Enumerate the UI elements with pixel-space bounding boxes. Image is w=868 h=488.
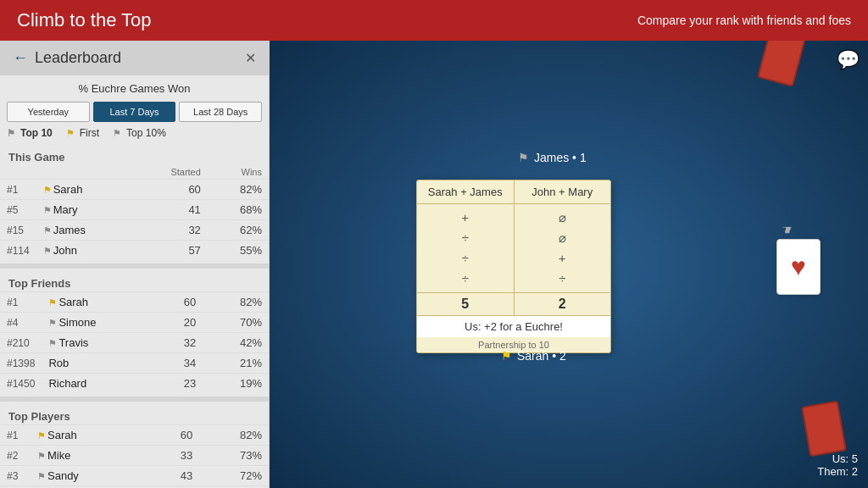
top-players-table: #1 ⚑Sarah 60 82% #2 ⚑Mike 33 73% #3 ⚑San…: [0, 424, 269, 488]
rank-icon: ⚑: [37, 451, 46, 461]
started-cell: 60: [149, 425, 199, 446]
player-bottom-flag: ⚑: [501, 349, 512, 363]
score-marks-col1: +÷÷÷: [417, 204, 515, 292]
filter-top10pct[interactable]: ⚑ Top 10%: [113, 127, 166, 139]
filter-top10-label: Top 10: [20, 127, 53, 139]
score-card: Sarah + James John + Mary +÷÷÷ ⌀⌀+÷ 5 2 …: [416, 180, 611, 353]
main-layout: ← Leaderboard ✕ % Euchre Games Won Yeste…: [0, 41, 868, 488]
tab-last28[interactable]: Last 28 Days: [179, 102, 262, 122]
card-decoration-top: [757, 41, 806, 87]
name-cell: ⚑Simone: [42, 313, 154, 333]
player-top-name: James • 1: [534, 151, 587, 164]
filter-row: ⚑ Top 10 ⚑ First ⚑ Top 10%: [0, 127, 269, 146]
score-total-col1: 5: [417, 293, 515, 315]
table-row: #2 ⚑Mike 33 73%: [0, 446, 269, 466]
card-decoration-bottom: [801, 401, 847, 458]
chat-button[interactable]: 💬: [837, 49, 860, 71]
table-row: #1 ⚑Sarah 60 82%: [0, 425, 269, 446]
filter-top10-icon: ⚑: [7, 128, 15, 139]
rank-cell: #1: [0, 425, 31, 446]
name-cell: ⚑Sandy: [31, 466, 149, 486]
table-row: #5 ⚑Mary 41 68%: [0, 200, 269, 220]
heart-card: ♥: [776, 239, 821, 295]
rank-cell: #3: [0, 466, 31, 486]
wins-cell: 72%: [199, 466, 269, 486]
wins-cell: 70%: [203, 313, 269, 333]
rank-cell: #1: [0, 292, 42, 313]
rank-cell: #210: [0, 333, 42, 353]
rank-cell: #1450: [0, 374, 42, 394]
started-cell: 41: [133, 200, 208, 220]
col-started: Started: [133, 165, 208, 180]
started-cell: 20: [155, 313, 203, 333]
name-cell: ⚑Sarah: [42, 292, 154, 313]
name-cell: Richard: [42, 374, 154, 394]
started-cell: 60: [155, 292, 203, 313]
table-row: #1 ⚑Sarah 60 82%: [0, 180, 269, 200]
score-col2-header: John + Mary: [515, 180, 611, 203]
filter-top10pct-icon: ⚑: [113, 128, 121, 139]
rank-cell: #5: [0, 200, 36, 220]
player-top-label: ⚑ James • 1: [518, 151, 587, 164]
rank-cell: #2: [0, 446, 31, 466]
name-cell: ⚑Mike: [31, 446, 149, 466]
rank-cell: #1: [0, 180, 36, 200]
filter-first-icon: ⚑: [66, 128, 75, 139]
table-row: #1398 Rob 34 21%: [0, 353, 269, 374]
wins-cell: 82%: [208, 180, 269, 200]
close-button[interactable]: ✕: [245, 50, 256, 66]
sidebar-header: ← Leaderboard ✕: [0, 41, 269, 75]
top-players-section: Top Players: [0, 405, 269, 424]
name-cell: ⚑Sarah: [31, 425, 149, 446]
table-row: #4 ⚑Simone 20 70%: [0, 313, 269, 333]
name-cell: ⚑John: [36, 241, 133, 261]
score-message: Us: +2 for a Euchre!: [417, 315, 610, 337]
filter-first-label: First: [80, 127, 99, 139]
wins-cell: 21%: [203, 353, 269, 374]
col-wins: Wins: [208, 165, 269, 180]
sidebar-title: Leaderboard: [35, 49, 121, 67]
score-indicator: Us: 5 Them: 2: [817, 452, 858, 478]
name-cell: Rob: [42, 353, 154, 374]
rank-cell: #4: [0, 313, 42, 333]
rank-icon: ⚑: [48, 297, 57, 308]
top-friends-section: Top Friends: [0, 272, 269, 291]
wins-cell: 62%: [208, 220, 269, 241]
table-row: #114 ⚑John 57 55%: [0, 241, 269, 261]
rank-icon: ⚑: [43, 246, 52, 256]
tab-last7[interactable]: Last 7 Days: [93, 102, 176, 122]
col-name: [36, 165, 133, 180]
rank-icon: ⚑: [37, 471, 46, 481]
filter-top10pct-label: Top 10%: [126, 127, 166, 139]
table-row: #1 ⚑Sarah 60 82%: [0, 292, 269, 313]
name-cell: ⚑Travis: [42, 333, 154, 353]
name-cell: ⚑James: [36, 220, 133, 241]
wins-cell: 42%: [203, 333, 269, 353]
started-cell: 57: [133, 241, 208, 261]
app-title: Climb to the Top: [17, 9, 152, 31]
player-bottom-label: ⚑ Sarah • 2: [501, 349, 566, 363]
started-cell: 60: [133, 180, 208, 200]
score-col1-header: Sarah + James: [417, 180, 515, 203]
table-row: #210 ⚑Travis 32 42%: [0, 333, 269, 353]
rank-cell: #1398: [0, 353, 42, 374]
filter-top10[interactable]: ⚑ Top 10: [7, 127, 53, 139]
rank-icon: ⚑: [48, 338, 57, 348]
sidebar-panel: ← Leaderboard ✕ % Euchre Games Won Yeste…: [0, 41, 270, 488]
wins-cell: 82%: [203, 292, 269, 313]
score-them: Them: 2: [817, 465, 858, 478]
tab-yesterday[interactable]: Yesterday: [7, 102, 90, 122]
app-header: Climb to the Top Compare your rank with …: [0, 0, 868, 41]
back-button[interactable]: ←: [13, 49, 28, 67]
rank-icon: ⚑: [43, 205, 52, 215]
started-cell: 23: [155, 374, 203, 394]
rank-icon: ⚑: [43, 185, 52, 195]
this-game-section: This Game: [0, 146, 269, 165]
player-bottom-name: Sarah • 2: [517, 349, 566, 363]
started-cell: 33: [149, 446, 199, 466]
rank-cell: #15: [0, 220, 36, 241]
table-row: #1450 Richard 23 19%: [0, 374, 269, 394]
started-cell: 32: [155, 333, 203, 353]
started-cell: 32: [133, 220, 208, 241]
filter-first[interactable]: ⚑ First: [66, 127, 99, 139]
